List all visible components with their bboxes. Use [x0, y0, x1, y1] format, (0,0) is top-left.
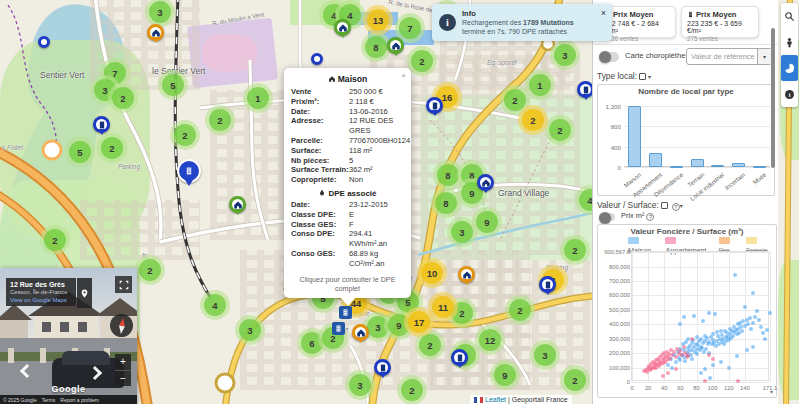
- poi-icon[interactable]: [332, 322, 345, 335]
- dot-marker[interactable]: [38, 36, 50, 48]
- scatter-point[interactable]: [733, 273, 737, 277]
- expand-icon[interactable]: [639, 73, 646, 80]
- dpe-pin[interactable]: [451, 349, 468, 366]
- sv-compass[interactable]: [110, 314, 133, 337]
- bar[interactable]: [670, 166, 683, 168]
- cluster-marker[interactable]: 2: [505, 295, 535, 325]
- cluster-marker[interactable]: 3: [447, 217, 477, 247]
- cluster-marker[interactable]: 3: [235, 315, 265, 345]
- help-icon[interactable]: ?: [646, 213, 654, 221]
- bar[interactable]: [691, 159, 704, 167]
- scatter-point[interactable]: [763, 337, 767, 341]
- scatter-point[interactable]: [707, 311, 711, 315]
- house-pin[interactable]: [229, 196, 246, 213]
- cluster-marker[interactable]: 2: [397, 375, 427, 404]
- scatter-point[interactable]: [711, 363, 715, 367]
- cluster-marker[interactable]: 2: [108, 83, 138, 113]
- dpe-pin[interactable]: [426, 97, 443, 114]
- sv-report-link[interactable]: Report a problem: [60, 397, 99, 403]
- sv-zoom-control[interactable]: + −: [115, 354, 131, 386]
- sidebar-scrollbar[interactable]: [771, 28, 775, 168]
- house-pin[interactable]: [352, 324, 369, 341]
- house-pin[interactable]: [477, 174, 494, 191]
- scatter-point[interactable]: [713, 312, 717, 316]
- cluster-marker[interactable]: 13: [363, 5, 393, 35]
- cluster-marker[interactable]: 2: [135, 255, 165, 285]
- scatter-point[interactable]: [751, 321, 755, 325]
- scatter-point[interactable]: [699, 371, 703, 375]
- scatter-point[interactable]: [682, 315, 686, 319]
- help-icon[interactable]: ?: [672, 203, 680, 211]
- popup-close-icon[interactable]: ×: [401, 71, 406, 80]
- scatter-point[interactable]: [746, 322, 750, 326]
- cluster-marker[interactable]: 3: [530, 340, 560, 370]
- scatter-point[interactable]: [755, 309, 759, 313]
- poi-icon[interactable]: [339, 306, 352, 319]
- reference-value-select[interactable]: Valeur de référence ▾: [686, 48, 772, 65]
- valeur-surface-header[interactable]: Valeur / Surface:?▾: [597, 200, 683, 211]
- info-icon[interactable]: i: [781, 81, 798, 107]
- cluster-marker[interactable]: 17: [404, 307, 434, 337]
- cluster-marker[interactable]: 1: [525, 70, 555, 100]
- scatter-point[interactable]: [695, 352, 699, 356]
- scatter-point[interactable]: [765, 328, 769, 332]
- sv-maps-link[interactable]: View on Google Maps: [10, 297, 72, 303]
- scatter-point[interactable]: [668, 357, 672, 361]
- bar[interactable]: [711, 165, 724, 167]
- sv-terms-link[interactable]: Terms: [42, 397, 56, 403]
- scatter-point[interactable]: [757, 318, 761, 322]
- scatter-point[interactable]: [692, 314, 696, 318]
- dpe-pin[interactable]: [374, 359, 391, 376]
- cluster-marker[interactable]: 2: [545, 115, 575, 145]
- chevron-down-icon[interactable]: ▾: [648, 74, 651, 80]
- dot-marker[interactable]: [311, 53, 323, 65]
- sv-zoom-in-button[interactable]: +: [115, 354, 131, 370]
- cluster-marker[interactable]: 9: [490, 360, 520, 390]
- house-pin[interactable]: [334, 19, 351, 36]
- toast-close-icon[interactable]: ×: [601, 8, 606, 18]
- popup-footer-hint[interactable]: Cliquez pour consulter le DPE complet: [291, 275, 404, 293]
- chevron-down-icon[interactable]: ▾: [770, 388, 773, 395]
- scatter-point[interactable]: [701, 319, 705, 323]
- scatter-point[interactable]: [753, 315, 757, 319]
- prix-m2-toggle[interactable]: [599, 213, 615, 221]
- chevron-down-icon[interactable]: ▾: [680, 203, 683, 209]
- street-view-panel[interactable]: 12 Rue des Grès Cesson, Île-de-France Vi…: [0, 268, 137, 404]
- leaflet-link[interactable]: Leaflet: [485, 396, 506, 403]
- cluster-marker[interactable]: 2: [407, 46, 437, 76]
- scatter-point[interactable]: [703, 379, 707, 383]
- type-local-header[interactable]: Type local:▾: [597, 71, 651, 81]
- scatter-point[interactable]: [711, 357, 715, 361]
- scatter-point[interactable]: [690, 357, 694, 361]
- stats-pie-icon[interactable]: [781, 55, 798, 81]
- scatter-point[interactable]: [678, 322, 682, 326]
- cluster-marker[interactable]: 2: [40, 225, 70, 255]
- bar[interactable]: [732, 163, 745, 167]
- expand-icon[interactable]: [661, 202, 668, 209]
- cluster-marker[interactable]: 2: [518, 105, 548, 135]
- zoom-search-icon[interactable]: [781, 3, 798, 29]
- cluster-marker[interactable]: 8: [431, 188, 461, 218]
- scatter-point[interactable]: [674, 367, 678, 371]
- scatter-point[interactable]: [740, 329, 744, 333]
- choropleth-toggle[interactable]: [599, 52, 619, 62]
- scatter-point[interactable]: [761, 331, 765, 335]
- scatter-point[interactable]: [735, 354, 739, 358]
- cluster-marker[interactable]: 5: [65, 137, 95, 167]
- cluster-marker[interactable]: 2: [560, 235, 590, 265]
- cluster-marker[interactable]: 3: [345, 370, 375, 400]
- scatter-point[interactable]: [751, 345, 755, 349]
- sv-pin-icon[interactable]: [77, 278, 92, 308]
- scatter-point[interactable]: [759, 325, 763, 329]
- house-pin[interactable]: [147, 24, 164, 41]
- dpe-pin[interactable]: [539, 276, 556, 293]
- cluster-marker[interactable]: 2: [205, 105, 235, 135]
- scatter-point[interactable]: [707, 353, 711, 357]
- scatter-point[interactable]: [719, 360, 723, 364]
- scatter-point[interactable]: [751, 291, 755, 295]
- cluster-marker[interactable]: 2: [170, 120, 200, 150]
- cluster-marker[interactable]: 10: [417, 258, 447, 288]
- sv-fullscreen-button[interactable]: [115, 276, 132, 293]
- scatter-point[interactable]: [768, 311, 772, 315]
- scatter-point[interactable]: [748, 316, 752, 320]
